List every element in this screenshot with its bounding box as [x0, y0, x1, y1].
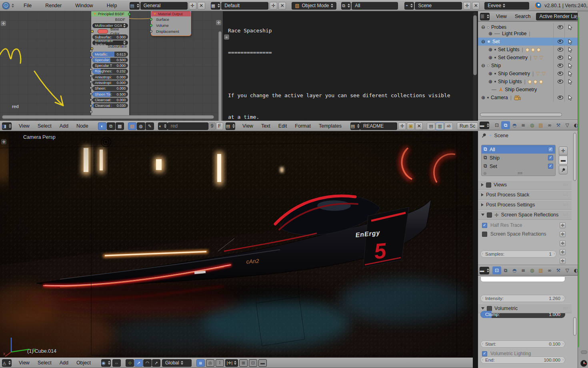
tab-material[interactable]: ◐	[572, 121, 578, 129]
cursor-icon[interactable]	[568, 24, 573, 30]
mesh-icon[interactable]: ▽	[542, 72, 545, 76]
mode-icon-button[interactable]: ◉	[101, 359, 111, 367]
cursor-icon[interactable]	[568, 95, 573, 100]
node-vertical-scrollbar[interactable]	[218, 31, 222, 122]
panel-drag-handle[interactable]: ∷∷	[563, 183, 568, 187]
collapse-icon[interactable]: ⊖	[481, 24, 485, 30]
collapse-icon[interactable]: ⊖	[481, 39, 485, 44]
pin-icon[interactable]	[480, 132, 488, 139]
layer-row-ship[interactable]: ⧉Ship ✓	[482, 154, 555, 162]
material-browse-button[interactable]: ◐	[158, 122, 168, 130]
menu-format[interactable]: Format	[291, 123, 315, 129]
menu-help[interactable]: Help	[103, 3, 121, 8]
outliner-row-light-probe[interactable]: ⊕ Light Probe|	[478, 30, 578, 38]
menu-add[interactable]: Add	[56, 123, 72, 129]
render-image-icon[interactable]: ⊡	[249, 359, 257, 367]
eye-icon[interactable]	[558, 25, 563, 29]
menu-object[interactable]: Object	[72, 360, 95, 366]
disclosure-triangle[interactable]	[481, 307, 484, 310]
keyframe-button[interactable]: ✛	[560, 249, 566, 255]
roughness-slider[interactable]: Roughnes:0.232	[92, 69, 128, 74]
text-open-button[interactable]: ▣	[407, 122, 414, 130]
run-script-button[interactable]: Run Sc	[457, 122, 478, 130]
outliner-row-ship-lights[interactable]: ⊕ Ship Lights|	[478, 78, 578, 86]
expand-icon[interactable]: ⊕	[488, 55, 492, 60]
text-editor[interactable]: Race Spaceship ============== If you cha…	[223, 11, 478, 131]
editor-type-button[interactable]: ☰	[480, 13, 490, 20]
blender-app-menu-button[interactable]: ⓘ	[2, 2, 10, 10]
layer-pin-button[interactable]	[559, 166, 568, 174]
keyframe-button[interactable]: ✛	[560, 231, 566, 237]
display-mode-dropdown[interactable]: Active Render Layer	[536, 13, 578, 20]
row-label[interactable]: Set	[492, 39, 500, 44]
disclosure-triangle[interactable]	[481, 183, 484, 186]
cursor-icon[interactable]	[568, 63, 573, 68]
row-label[interactable]: Ship Geometry	[505, 87, 537, 92]
clearcoat-roughness-slider[interactable]: Clearcoat :0.030	[92, 103, 128, 108]
layer-checkbox[interactable]: ✓	[548, 147, 553, 152]
menu-view[interactable]: View	[15, 360, 34, 366]
panel-post-process-settings[interactable]: Post Process Settings ∷∷	[478, 200, 572, 210]
tab-constraints[interactable]: ∞	[545, 266, 554, 274]
engine-dropdown[interactable]: Eevee	[484, 2, 529, 10]
cursor-icon[interactable]	[568, 71, 573, 76]
gizmo-move-icon[interactable]: ➚	[134, 359, 143, 367]
props-vertical-scrollbar[interactable]	[573, 133, 576, 181]
surface-socket[interactable]	[150, 18, 152, 21]
collection-filter-field[interactable]: All	[352, 2, 398, 10]
scene-add-button[interactable]: ✛	[463, 2, 471, 10]
menu-add[interactable]: Add	[56, 360, 72, 366]
expand-icon[interactable]: ⊕	[488, 31, 492, 36]
material-fake-user-button[interactable]: F	[216, 122, 223, 130]
anisotropic-rotation-slider[interactable]: Anisotropi:0.000	[92, 80, 128, 86]
expand-icon[interactable]: ⊕	[488, 47, 492, 52]
word-wrap-toggle[interactable]: ▥	[436, 122, 444, 130]
text-unlink-button[interactable]: ✕	[415, 122, 423, 130]
viewport-3d[interactable]: 5 EnErgy cAn2 y x Camera Persp ✛ (1) Cub…	[0, 131, 473, 358]
specular-tint-slider[interactable]: Specular T0.000	[92, 63, 128, 68]
light-icon[interactable]	[539, 80, 543, 84]
row-label[interactable]: Set Lights	[498, 47, 519, 52]
volumetric-checkbox[interactable]	[487, 306, 492, 311]
disclosure-triangle[interactable]	[481, 203, 484, 206]
tab-render[interactable]: ⊡	[492, 266, 501, 274]
ssr-samples-slider[interactable]: ‹Samples:1›	[480, 250, 556, 258]
light-icon[interactable]	[528, 80, 532, 84]
line-numbers-toggle[interactable]: ▤	[427, 122, 435, 130]
menu-view[interactable]: View	[238, 123, 257, 129]
tab-scene[interactable]: ◓	[510, 121, 519, 129]
menu-search[interactable]: Search	[511, 14, 535, 19]
distribution-dropdown[interactable]: Multiscatter GGX	[92, 23, 128, 28]
outliner-row-ship[interactable]: ⊖ Ship	[478, 62, 578, 70]
tab-render[interactable]: ⊡	[492, 121, 501, 129]
tab-object[interactable]: ▧	[536, 121, 545, 129]
layer-add-button[interactable]: ✛	[559, 146, 568, 155]
base-color-swatch[interactable]	[98, 29, 108, 34]
eye-icon[interactable]	[558, 72, 563, 76]
list-resize-handle[interactable]: ==	[518, 171, 522, 176]
slot-object-icon[interactable]: ▧	[128, 122, 136, 130]
panel-views[interactable]: Views ∷∷	[478, 180, 572, 190]
layout-field[interactable]: Default	[221, 2, 268, 10]
collapse-icon[interactable]	[154, 13, 156, 15]
subsurface-radius-dropdown[interactable]: Subsurface Radius	[92, 40, 128, 46]
gizmo-rotate-icon[interactable]: ◠	[143, 359, 152, 367]
workspace-delete-button[interactable]: ✕	[198, 2, 205, 10]
volumetric-lighting-checkbox[interactable]: ✓	[482, 351, 487, 356]
outliner-row-ship-geometry-empty[interactable]: ⅄ Ship Geometry	[478, 86, 578, 94]
layout-icon-button[interactable]: ▦	[211, 2, 220, 10]
shader-type-object-icon[interactable]: ◐	[98, 122, 106, 130]
panel-post-process-stack[interactable]: Post Process Stack ∷∷	[478, 190, 572, 200]
outliner-horizontal-scrollbar[interactable]	[480, 113, 562, 116]
editor-type-button[interactable]: ◨	[2, 122, 12, 130]
outliner-row-set-lights[interactable]: ⊕ Set Lights|	[478, 46, 578, 54]
gizmo-axes-icon[interactable]: ⊹	[126, 359, 134, 367]
text-scrollbar-track[interactable]	[473, 12, 477, 130]
light-icon[interactable]	[534, 80, 537, 84]
vol-start-slider[interactable]: ‹Start:0.100›	[480, 340, 565, 348]
transform-pivot-icon[interactable]: ⇔	[112, 359, 121, 367]
row-label[interactable]: Ship	[491, 63, 501, 68]
tab-physics[interactable]: ▽	[563, 266, 572, 274]
displacement-socket[interactable]	[150, 30, 152, 33]
sheen-tint-slider[interactable]: Sheen Tin:0.500	[92, 92, 128, 97]
